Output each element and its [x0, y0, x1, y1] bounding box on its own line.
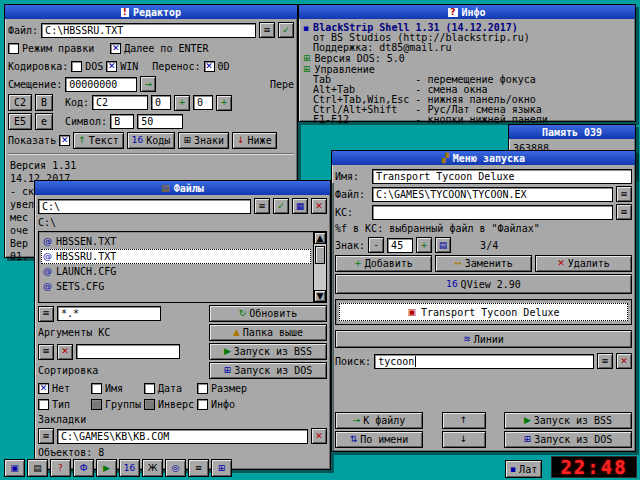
- symbol-char-input[interactable]: В: [110, 114, 134, 129]
- sort-invert-checkbox[interactable]: [144, 399, 155, 410]
- memory-titlebar[interactable]: Память 039: [509, 125, 635, 139]
- launch-titlebar[interactable]: ▞ Меню запуска: [332, 151, 635, 165]
- mask-input[interactable]: *.*: [57, 306, 161, 321]
- delete-item-button[interactable]: ✕Удалить: [535, 255, 632, 272]
- launch-name-input[interactable]: Transport Tycoon Deluxe: [372, 169, 632, 184]
- char-bottom-button[interactable]: е: [35, 113, 53, 130]
- file-row[interactable]: @LAUNCH.CFG: [41, 264, 311, 279]
- scroll-down-button[interactable]: ▼: [314, 290, 326, 302]
- taskbar-icon-5[interactable]: ▶: [96, 459, 117, 477]
- spin-a-input[interactable]: 0: [151, 95, 171, 110]
- taskbar-icon-10[interactable]: ⊞: [211, 459, 232, 477]
- encoding-win-checkbox[interactable]: ✕: [106, 61, 117, 72]
- offset-go-button[interactable]: →: [140, 76, 156, 92]
- qview-button[interactable]: 16 QView 2.90: [335, 274, 632, 294]
- spin-b-plus-button[interactable]: +: [216, 95, 232, 111]
- taskbar-icon-6[interactable]: 16: [119, 459, 140, 477]
- search-input[interactable]: tycoon: [374, 354, 594, 369]
- file-row[interactable]: @SETS.CFG: [41, 279, 311, 294]
- show-chars-button[interactable]: ⊞Знаки: [178, 132, 229, 149]
- znak-minus-button[interactable]: -: [368, 237, 384, 253]
- sort-date-checkbox[interactable]: [144, 383, 155, 394]
- code-input[interactable]: C2: [92, 95, 148, 110]
- file-row[interactable]: @HBSSEN.TXT: [41, 234, 311, 249]
- to-file-button[interactable]: →К файлу: [335, 412, 423, 429]
- taskbar-icon-2[interactable]: ▤: [27, 459, 48, 477]
- path-tree-button[interactable]: ▦: [292, 198, 308, 214]
- launch-file-browse-button[interactable]: ≡: [616, 186, 632, 202]
- launch-run-bss-button[interactable]: ▶Запуск из BSS: [504, 412, 632, 429]
- add-item-button[interactable]: +Добавить: [335, 255, 432, 272]
- edit-mode-checkbox[interactable]: [8, 43, 19, 54]
- files-titlebar[interactable]: ▤ Файлы: [35, 181, 330, 195]
- taskbar-icon-7[interactable]: Ж: [142, 459, 163, 477]
- launch-ks-input[interactable]: [372, 205, 613, 220]
- search-clear-button[interactable]: ✕: [616, 353, 632, 369]
- bookmark-menu-button[interactable]: ≡: [38, 428, 54, 444]
- taskbar-icon-9[interactable]: ≡: [188, 459, 209, 477]
- taskbar-icon-3[interactable]: ?: [50, 459, 71, 477]
- args-input[interactable]: [76, 344, 180, 359]
- move-down-button[interactable]: ↓: [442, 431, 486, 448]
- symbol-code-input[interactable]: 50: [137, 114, 183, 129]
- language-indicator-button[interactable]: ▪ Лат: [505, 460, 542, 478]
- show-checkbox[interactable]: ✕: [59, 135, 70, 146]
- launch-run-dos-button[interactable]: ⊞Запуск из DOS: [504, 431, 632, 448]
- wrap-checkbox[interactable]: ✕: [204, 61, 215, 72]
- encoding-dos-checkbox[interactable]: [71, 61, 82, 72]
- znak-input[interactable]: 45: [387, 238, 413, 253]
- show-text-button[interactable]: ↑Текст: [73, 132, 124, 149]
- bookmark-clear-button[interactable]: ✕: [311, 428, 327, 444]
- sort-size-checkbox[interactable]: [197, 383, 208, 394]
- launch-item-selected[interactable]: ▣ Transport Tycoon Deluxe: [339, 303, 628, 321]
- editor-titlebar[interactable]: ! Редактор: [5, 5, 297, 19]
- charmap-button[interactable]: ▤: [435, 237, 451, 253]
- file-row-selected[interactable]: @HBSSRU.TXT: [41, 249, 311, 264]
- znak-plus-button[interactable]: +: [416, 237, 432, 253]
- file-list-scrollbar[interactable]: ▲ ▼: [313, 232, 326, 302]
- folder-up-button[interactable]: ▲Папка выше: [209, 324, 327, 341]
- path-menu-button[interactable]: ≡: [254, 198, 270, 214]
- scrollbar-track[interactable]: [314, 244, 326, 290]
- search-go-button[interactable]: ≡: [597, 353, 613, 369]
- sort-by-name-button[interactable]: ⇅По имени: [335, 431, 423, 448]
- hex-bottom-button[interactable]: E5: [8, 113, 32, 130]
- replace-item-button[interactable]: ↔Заменить: [435, 255, 532, 272]
- refresh-button[interactable]: ↻Обновить: [209, 305, 327, 322]
- hex-top-button[interactable]: C2: [8, 94, 32, 111]
- launch-ks-menu-button[interactable]: ≡: [616, 204, 632, 220]
- scrollbar-thumb[interactable]: [315, 246, 325, 264]
- taskbar-icon-1[interactable]: ▣: [4, 459, 25, 477]
- sort-groups-checkbox[interactable]: [91, 399, 102, 410]
- sort-type-checkbox[interactable]: [38, 399, 49, 410]
- launch-file-input[interactable]: C:\GAMES\TYCOON\TYCOON.EX: [372, 187, 613, 202]
- info-titlebar[interactable]: ? Инфо: [299, 5, 635, 19]
- spin-b-input[interactable]: 0: [193, 95, 213, 110]
- spin-a-plus-button[interactable]: +: [174, 95, 190, 111]
- sort-none-checkbox[interactable]: ✕: [38, 383, 49, 394]
- path-go-button[interactable]: ✓: [273, 198, 289, 214]
- files-run-bss-button[interactable]: ▶Запуск из BSS: [209, 343, 327, 360]
- lines-button[interactable]: ≋ Линии: [335, 330, 632, 348]
- editor-file-ok-button[interactable]: ✓: [278, 22, 294, 38]
- sort-info-checkbox[interactable]: [197, 399, 208, 410]
- offset-input[interactable]: 00000000: [65, 77, 137, 92]
- mask-menu-button[interactable]: ≡: [38, 306, 54, 322]
- path-input[interactable]: C:\: [38, 199, 251, 214]
- editor-file-input[interactable]: C:\HBSSRU.TXT: [41, 23, 256, 38]
- move-up-button[interactable]: ↑: [442, 412, 486, 429]
- args-clear-button[interactable]: ✕: [57, 344, 73, 360]
- taskbar-icon-4[interactable]: Ф: [73, 459, 94, 477]
- show-below-button[interactable]: ↓Ниже: [232, 132, 277, 149]
- char-top-button[interactable]: В: [35, 94, 53, 111]
- taskbar-icon-8[interactable]: ◎: [165, 459, 186, 477]
- show-codes-button[interactable]: 16Коды: [127, 132, 176, 149]
- bookmark-input[interactable]: C:\GAMES\KB\KB.COM: [57, 429, 308, 444]
- editor-file-menu-button[interactable]: ≡: [259, 22, 275, 38]
- sort-name-checkbox[interactable]: [91, 383, 102, 394]
- enter-next-checkbox[interactable]: ✕: [110, 43, 121, 54]
- args-menu-button[interactable]: ≡: [38, 344, 54, 360]
- scroll-up-button[interactable]: ▲: [314, 232, 326, 244]
- files-run-dos-button[interactable]: ⊞Запуск из DOS: [209, 362, 327, 379]
- path-clear-button[interactable]: ✕: [311, 198, 327, 214]
